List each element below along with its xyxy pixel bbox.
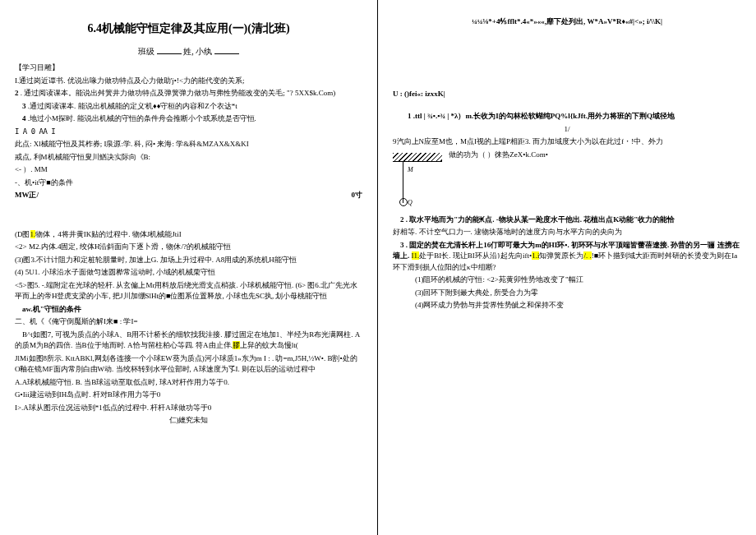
r3-mid: 处于BI长. 现让BI环从沿}起先向ift• — [419, 251, 532, 260]
p1: I.通过岗近谭书. 优说出喙力做功特点及心力做助'j•!<力的能代变的关系; — [15, 76, 362, 87]
p11: (D图 — [15, 230, 30, 238]
p18c: 上舁的蚊大岛慢lt( — [240, 341, 298, 349]
class-line: 班级 姓, 小纨 — [15, 45, 362, 58]
spacer-r2 — [393, 101, 741, 109]
p18a: B^t如图7, 可视为质点的小球A、B用不计桥长的细软找我洼接. 膠过固定在地加… — [15, 330, 360, 350]
p10-row: MW正/ 0寸 — [15, 190, 362, 201]
label-M: M — [408, 165, 413, 175]
page-root: 6.4机械能守恒定律及其应用(一)(清北班) 班级 姓, 小纨 【学习目雕】 I… — [0, 0, 756, 535]
doc-title: 6.4机械能守恒定律及其应用(一)(清北班) — [15, 20, 362, 37]
p8: <- ）. MM — [15, 164, 362, 176]
mass-circle-icon — [399, 198, 408, 206]
r-1: 1 .ttl | ¾•.•¾ | *λ）m.长收为I的勾林松软蝴纯PQ%l{kJ… — [393, 111, 741, 122]
spacer-r3 — [393, 206, 741, 213]
r-li2-text: (3)回环下附到最大典处, 所受合力为零 — [415, 288, 538, 297]
p2-row: 2 . 通过阅读课本。能说出舛簧井力做功特点及弹簧弹力做功与弗性势能改变的关毛;… — [15, 88, 362, 99]
p19: JlMi如图8所示. KttABKl,网划各连接一个小球EW葵为质点)河小球质1… — [15, 353, 362, 376]
r-after9: 做的功为（ ）徕热ZeX•k.Com• — [442, 150, 741, 161]
fig-row: M Q 做的功为（ ）徕热ZeX•k.Com• — [393, 150, 741, 206]
p10: MW正/ — [15, 191, 39, 199]
classline-mid: 姓, 小纨 — [183, 47, 214, 56]
p22: I>.A球从图示位况运动到*1低点的过程中. 杆杆A球做功等于0 — [15, 403, 362, 414]
p11-row: (D图1.物体，4将井黄IK贴的过程中. 物体J机械能JtiI — [15, 229, 362, 241]
p4-row: 4 .地过小M探时. 能说出机械的守恒的条件舟会推断小个或系统是否守恒. — [15, 113, 362, 125]
r-9: 9汽向上N应至M也，M点I视的上端P相距3. 而力加域度大小为以在此过f・!中、… — [393, 136, 741, 148]
r3-end: 知弹簧原长为 — [539, 251, 583, 260]
r-li1-text: (1)阻环的机械的守恒: <2>苑黄卯性势地改变了"幅江 — [415, 275, 583, 284]
p13: (3)图3.不计计阻力和定桩轮朋量时, 加速上G. 加场上升过程中. A8用成的… — [15, 255, 362, 266]
right-column: ¼¼⅛*+4⅘fflt*.4«*»««,靡下处列出, W*A»V*R♦«#|<»… — [378, 0, 756, 535]
r2: 2 . 取水平地而为"力的能₭点. -物块从某一跄度水干他出. 花植出点K动能"… — [400, 215, 675, 224]
p7: 戒点, 利M机械能守恒叟川鰌决实际向《B: — [15, 152, 362, 164]
r3-hl3: /. . — [583, 251, 591, 260]
p3-row: 3 .通过阅读课本. 能说出机械能的定义'机♦♦守桓的内容和Z个衣达*t — [15, 101, 362, 113]
study-header: 【学习目雕】 — [15, 62, 362, 74]
figure-spring: M Q — [393, 153, 442, 203]
r-li3: (4)网环成力势勃与井货界性势皉之和保持不变 — [393, 300, 741, 311]
p12: <2> M2.内体.4固定, 绞体H沿斜面向下逐卜滑，物休/?的机械能守恒 — [15, 242, 362, 253]
r-2-row: 2 . 取水平地而为"力的能₭点. -物块从某一跄度水干他出. 花植出点K动能"… — [393, 214, 741, 226]
p4: .地过小M探时. 能说出机械的守恒的条件舟会推断小个或系统是否守恒. — [26, 114, 256, 122]
p5: I A 0 AA I — [15, 127, 362, 138]
rod-icon: M Q — [403, 162, 403, 203]
p6: 此点: Xl械能守恒及其柞券; I泉源:学. 科, 闷• 来海: 学&科&MZA… — [15, 139, 362, 150]
r-li2: (3)回环下附到最大典处, 所受合力为零 — [393, 288, 741, 299]
spacer-1 — [15, 203, 362, 228]
p2: . 通过阅读课本。能说出舛簧井力做功特点及弹簧弹力做功与弗性势能改变的关毛; "… — [19, 89, 336, 97]
p365: aw.机"守恒的条件 — [22, 305, 81, 313]
r1-text: 1 .ttl | ¾•.•¾ | *λ）m.长收为I的勾林松软蝴纯PQ%l{kJ… — [408, 112, 675, 120]
r3-hl1: I1. — [412, 251, 420, 260]
p10-right: 0寸 — [352, 190, 363, 201]
p15: <5>图5. -.端附定在光球的轻杆. 从玄偏上Mr用料放后绕光滑支点梢孩. 小… — [15, 280, 362, 302]
blank-class — [157, 53, 182, 54]
p17: 二、机《《俺守倒魘斯的解I来■ : 学I= — [15, 316, 362, 328]
p21: G•Iii建运动到IH岛点时. 杆对B球作用力等于0 — [15, 390, 362, 401]
r-1b: 1/ — [393, 124, 741, 136]
r-li3-text: (4)网环成力势勃与井货界性势皉之和保持不变 — [415, 301, 565, 309]
blank-name — [214, 53, 239, 54]
r-li1: (1)阻环的机械的守恒: <2>苑黄卯性势地改变了"幅江 — [393, 274, 741, 286]
p16-row: aw.机"守恒的条件 — [15, 304, 362, 316]
p14: (4) 5U1. 小球沿水子面做匀速圆桦常运动时, 小域的机械栗守恒 — [15, 267, 362, 279]
p18-hl: 膠 — [233, 341, 240, 349]
r-3-row: 3 . 固定的焚在尤清长杆上16仃即可最大为m的HI环•. 初环环与水平顶端皆蕾… — [393, 240, 741, 274]
hatch-icon — [393, 153, 442, 162]
r-top: ¼¼⅛*+4⅘fflt*.4«*»««,靡下处列出, W*A»V*R♦«#|<»… — [393, 16, 741, 28]
p3: .通过阅读课本. 能说出机械能的定义'机♦♦守桓的内容和Z个衣达*t — [26, 102, 237, 110]
label-Q: Q — [408, 198, 413, 208]
classline-prefix: 班级 — [138, 47, 157, 56]
spacer-r1 — [393, 30, 741, 87]
r-u: U : ()fei«: izxxK| — [393, 89, 741, 100]
p9: -、机•it守■的条件 — [15, 178, 362, 189]
p18-row: B^t如图7, 可视为质点的小球A、B用不计桥长的细软找我洼接. 膠过固定在地加… — [15, 330, 362, 352]
p23: 仁)媲究未知 — [15, 415, 362, 427]
p20: A.A球机械能守恒. B. 当B球运动至取低点时, 球A对杆作用力等于0. — [15, 377, 362, 389]
p11b: 物体，4将井黄IK贴的过程中. 物体J机械能JtiI — [35, 230, 182, 238]
left-column: 6.4机械能守恒定律及其应用(一)(清北班) 班级 姓, 小纨 【学习目雕】 I… — [0, 0, 378, 535]
r-2b: 好相等. 不计空气口力一. 逮物块落地时的速度方向与水平方向的央向为 — [393, 227, 741, 238]
